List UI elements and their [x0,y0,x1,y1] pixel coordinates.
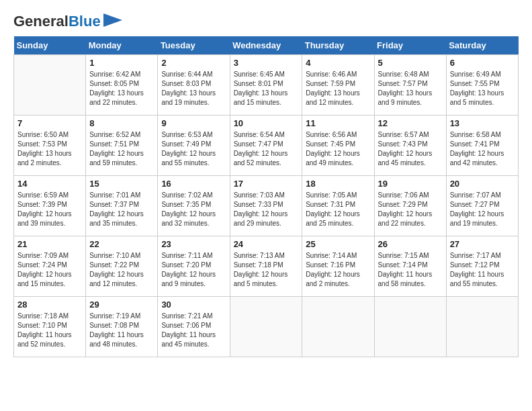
day-info: Sunrise: 6:56 AM Sunset: 7:45 PM Dayligh… [306,130,370,168]
day-number: 23 [161,239,226,249]
calendar-cell: 29 Sunrise: 7:19 AM Sunset: 7:08 PM Dayl… [86,297,158,357]
day-info: Sunrise: 6:50 AM Sunset: 7:53 PM Dayligh… [17,130,82,168]
calendar-cell: 28 Sunrise: 7:18 AM Sunset: 7:10 PM Dayl… [14,297,86,357]
day-number: 9 [161,118,226,128]
day-info: Sunrise: 6:42 AM Sunset: 8:05 PM Dayligh… [89,70,154,107]
calendar-cell: 27 Sunrise: 7:17 AM Sunset: 7:12 PM Dayl… [446,236,518,297]
calendar-cell: 23 Sunrise: 7:11 AM Sunset: 7:20 PM Dayl… [158,236,230,297]
day-info: Sunrise: 7:09 AM Sunset: 7:24 PM Dayligh… [17,251,82,289]
calendar-cell: 20 Sunrise: 7:07 AM Sunset: 7:27 PM Dayl… [446,176,518,236]
day-number: 20 [450,179,515,189]
day-number: 16 [161,179,226,189]
day-info: Sunrise: 6:53 AM Sunset: 7:49 PM Dayligh… [161,130,226,168]
day-number: 17 [234,179,299,189]
calendar-cell: 19 Sunrise: 7:06 AM Sunset: 7:29 PM Dayl… [374,176,446,236]
day-number: 24 [234,239,299,249]
day-info: Sunrise: 6:57 AM Sunset: 7:43 PM Dayligh… [378,130,443,168]
weekday-header: Monday [86,36,158,55]
calendar-cell: 16 Sunrise: 7:02 AM Sunset: 7:35 PM Dayl… [158,176,230,236]
calendar-cell: 11 Sunrise: 6:56 AM Sunset: 7:45 PM Dayl… [302,116,374,176]
day-number: 8 [89,118,154,128]
day-info: Sunrise: 7:01 AM Sunset: 7:37 PM Dayligh… [89,191,154,228]
calendar-cell [374,297,446,357]
calendar-cell [14,55,86,116]
calendar-cell: 22 Sunrise: 7:10 AM Sunset: 7:22 PM Dayl… [86,236,158,297]
day-info: Sunrise: 7:02 AM Sunset: 7:35 PM Dayligh… [161,191,226,228]
page-header: GeneralBlue [13,13,519,30]
calendar-cell: 9 Sunrise: 6:53 AM Sunset: 7:49 PM Dayli… [158,116,230,176]
day-number: 2 [161,58,226,68]
calendar-header-row: SundayMondayTuesdayWednesdayThursdayFrid… [14,36,519,55]
day-number: 4 [306,58,370,68]
day-info: Sunrise: 6:54 AM Sunset: 7:47 PM Dayligh… [234,130,299,168]
day-number: 18 [306,179,370,189]
day-number: 25 [306,239,370,249]
calendar-table: SundayMondayTuesdayWednesdayThursdayFrid… [13,36,519,357]
logo-text: GeneralBlue [13,13,101,30]
day-number: 14 [17,179,82,189]
day-number: 29 [89,300,154,310]
calendar-cell: 7 Sunrise: 6:50 AM Sunset: 7:53 PM Dayli… [14,116,86,176]
day-info: Sunrise: 6:49 AM Sunset: 7:55 PM Dayligh… [450,70,515,107]
day-info: Sunrise: 7:06 AM Sunset: 7:29 PM Dayligh… [378,191,443,228]
day-info: Sunrise: 7:15 AM Sunset: 7:14 PM Dayligh… [378,251,443,289]
calendar-week-row: 28 Sunrise: 7:18 AM Sunset: 7:10 PM Dayl… [14,297,519,357]
calendar-cell: 5 Sunrise: 6:48 AM Sunset: 7:57 PM Dayli… [374,55,446,116]
day-info: Sunrise: 7:07 AM Sunset: 7:27 PM Dayligh… [450,191,515,228]
day-number: 30 [161,300,226,310]
calendar-cell: 1 Sunrise: 6:42 AM Sunset: 8:05 PM Dayli… [86,55,158,116]
logo: GeneralBlue [13,13,122,30]
day-info: Sunrise: 7:03 AM Sunset: 7:33 PM Dayligh… [234,191,299,228]
calendar-week-row: 1 Sunrise: 6:42 AM Sunset: 8:05 PM Dayli… [14,55,519,116]
day-number: 5 [378,58,443,68]
logo-icon [103,13,122,27]
day-info: Sunrise: 7:10 AM Sunset: 7:22 PM Dayligh… [89,251,154,289]
weekday-header: Friday [374,36,446,55]
calendar-cell: 17 Sunrise: 7:03 AM Sunset: 7:33 PM Dayl… [230,176,302,236]
day-info: Sunrise: 6:45 AM Sunset: 8:01 PM Dayligh… [234,70,299,107]
calendar-cell [446,297,518,357]
day-number: 1 [89,58,154,68]
day-number: 21 [17,239,82,249]
day-number: 3 [234,58,299,68]
calendar-week-row: 7 Sunrise: 6:50 AM Sunset: 7:53 PM Dayli… [14,116,519,176]
calendar-week-row: 21 Sunrise: 7:09 AM Sunset: 7:24 PM Dayl… [14,236,519,297]
day-number: 10 [234,118,299,128]
day-info: Sunrise: 6:58 AM Sunset: 7:41 PM Dayligh… [450,130,515,168]
day-info: Sunrise: 6:52 AM Sunset: 7:51 PM Dayligh… [89,130,154,168]
day-info: Sunrise: 7:19 AM Sunset: 7:08 PM Dayligh… [89,312,154,349]
calendar-cell: 25 Sunrise: 7:14 AM Sunset: 7:16 PM Dayl… [302,236,374,297]
weekday-header: Thursday [302,36,374,55]
day-number: 13 [450,118,515,128]
day-info: Sunrise: 7:13 AM Sunset: 7:18 PM Dayligh… [234,251,299,289]
day-number: 27 [450,239,515,249]
day-info: Sunrise: 6:48 AM Sunset: 7:57 PM Dayligh… [378,70,443,107]
day-info: Sunrise: 7:21 AM Sunset: 7:06 PM Dayligh… [161,312,226,349]
day-info: Sunrise: 6:44 AM Sunset: 8:03 PM Dayligh… [161,70,226,107]
calendar-week-row: 14 Sunrise: 6:59 AM Sunset: 7:39 PM Dayl… [14,176,519,236]
calendar-cell [230,297,302,357]
calendar-cell [302,297,374,357]
day-number: 19 [378,179,443,189]
calendar-cell: 6 Sunrise: 6:49 AM Sunset: 7:55 PM Dayli… [446,55,518,116]
calendar-cell: 8 Sunrise: 6:52 AM Sunset: 7:51 PM Dayli… [86,116,158,176]
calendar-cell: 3 Sunrise: 6:45 AM Sunset: 8:01 PM Dayli… [230,55,302,116]
calendar-cell: 4 Sunrise: 6:46 AM Sunset: 7:59 PM Dayli… [302,55,374,116]
weekday-header: Saturday [446,36,518,55]
calendar-cell: 21 Sunrise: 7:09 AM Sunset: 7:24 PM Dayl… [14,236,86,297]
calendar-cell: 14 Sunrise: 6:59 AM Sunset: 7:39 PM Dayl… [14,176,86,236]
day-number: 26 [378,239,443,249]
calendar-cell: 26 Sunrise: 7:15 AM Sunset: 7:14 PM Dayl… [374,236,446,297]
weekday-header: Tuesday [158,36,230,55]
day-info: Sunrise: 7:14 AM Sunset: 7:16 PM Dayligh… [306,251,370,289]
day-number: 12 [378,118,443,128]
calendar-cell: 18 Sunrise: 7:05 AM Sunset: 7:31 PM Dayl… [302,176,374,236]
calendar-cell: 13 Sunrise: 6:58 AM Sunset: 7:41 PM Dayl… [446,116,518,176]
day-info: Sunrise: 6:46 AM Sunset: 7:59 PM Dayligh… [306,70,370,107]
day-number: 6 [450,58,515,68]
day-info: Sunrise: 7:05 AM Sunset: 7:31 PM Dayligh… [306,191,370,228]
day-number: 28 [17,300,82,310]
day-info: Sunrise: 7:17 AM Sunset: 7:12 PM Dayligh… [450,251,515,289]
day-number: 22 [89,239,154,249]
day-info: Sunrise: 6:59 AM Sunset: 7:39 PM Dayligh… [17,191,82,228]
